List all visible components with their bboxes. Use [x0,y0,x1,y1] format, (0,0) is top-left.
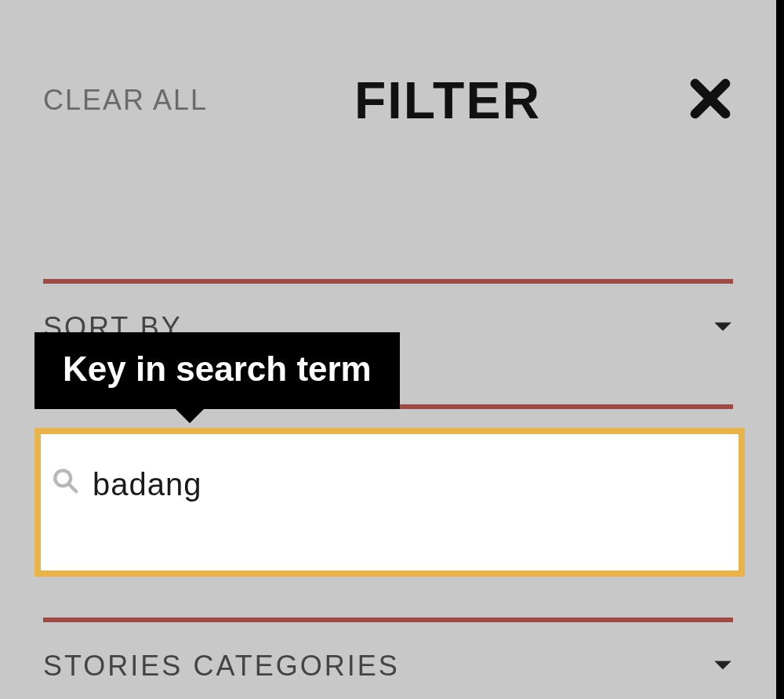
search-input[interactable] [93,467,704,502]
search-field-container[interactable] [34,428,745,577]
filter-panel: CLEAR ALL FILTER SORT BY Key in search t… [0,0,776,699]
tooltip-arrow-icon [176,409,204,423]
svg-line-1 [68,484,76,491]
scrollbar[interactable] [776,0,784,699]
panel-title: FILTER [354,71,541,130]
stories-categories-section: STORIES CATEGORIES [43,618,733,699]
chevron-down-icon [713,321,733,335]
stories-categories-toggle[interactable]: STORIES CATEGORIES [43,622,733,699]
stories-categories-label: STORIES CATEGORIES [43,650,400,683]
search-tooltip: Key in search term [34,332,400,409]
close-button[interactable] [688,76,733,125]
filter-header: CLEAR ALL FILTER [0,0,776,130]
clear-all-button[interactable]: CLEAR ALL [43,84,208,117]
close-icon [688,76,733,125]
tooltip-text: Key in search term [63,350,372,388]
search-icon [52,467,78,494]
chevron-down-icon [713,659,733,673]
search-inner [41,434,739,502]
